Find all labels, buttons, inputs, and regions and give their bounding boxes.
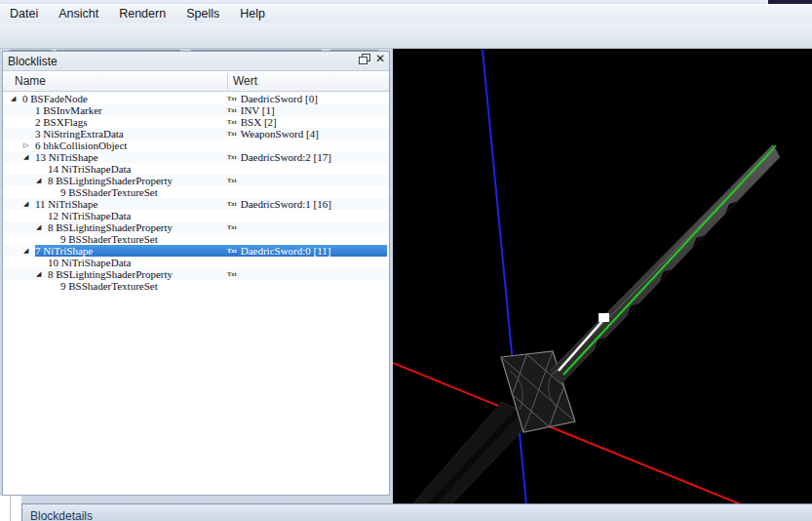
block-name: 0 BSFadeNode [22,93,88,104]
block-name: 1 BSInvMarker [35,104,102,116]
txt-type-icon: Txt [227,177,237,184]
menu-datei[interactable]: Datei [10,7,38,20]
txt-type-icon: Txt [227,118,237,126]
block-name: 10 NiTriShapeData [48,257,131,268]
block-name: 13 NiTriShape [35,151,98,163]
block-row[interactable]: 9 BSShaderTextureSet [3,233,389,245]
block-name: 9 BSShaderTextureSet [60,280,158,292]
block-name: 8 BSLightingShaderProperty [48,268,173,280]
txt-type-icon: Txt [227,200,237,208]
dock-edge-line [10,496,11,521]
block-value-cell: TxtWeaponSword [4] [227,128,319,140]
float-panel-icon[interactable] [359,54,369,64]
expand-arrow-icon[interactable]: ◢ [23,198,35,210]
block-row[interactable]: ◢0 BSFadeNodeTxtDaedricSword [0] [3,93,389,104]
block-name: 8 BSLightingShaderProperty [48,175,173,186]
menu-bar: Datei Ansicht Rendern Spells Help [0,4,812,23]
block-name: 12 NiTriShapeData [48,210,131,221]
block-name: 9 BSShaderTextureSet [60,233,158,245]
menu-rendern[interactable]: Rendern [119,7,166,20]
vertex-marker[interactable] [599,313,609,322]
block-row[interactable]: 3 NiStringExtraDataTxtWeaponSword [4] [3,128,389,140]
expand-arrow-icon[interactable]: ◢ [36,175,48,186]
block-name: 2 BSXFlags [35,116,88,128]
menu-spells[interactable]: Spells [186,7,219,20]
block-row[interactable]: ◢8 BSLightingShaderPropertyTxt [3,175,389,186]
block-row[interactable]: ▷6 bhkCollisionObject [3,140,389,151]
txt-type-icon: Txt [227,270,237,278]
block-row[interactable]: 14 NiTriShapeData [3,163,389,175]
block-value-cell: TxtBSX [2] [227,116,277,128]
txt-type-icon: Txt [227,247,237,255]
block-row[interactable]: 1 BSInvMarkerTxtINV [1] [3,104,389,116]
block-row[interactable]: ◢8 BSLightingShaderPropertyTxt [3,221,389,233]
txt-type-icon: Txt [227,223,237,231]
block-value-cell: Txt [227,268,241,280]
block-value: DaedricSword [0] [241,93,318,104]
block-name: 7 NiTriShape [35,245,93,257]
block-row[interactable]: ◢11 NiTriShapeTxtDaedricSword:1 [16] [3,198,389,210]
blockdetails-panel[interactable]: Blockdetails [21,503,812,521]
menu-help[interactable]: Help [240,7,265,20]
block-value-cell: Txt [227,221,241,233]
block-row[interactable]: ◢7 NiTriShapeTxtDaedricSword:0 [11] [3,245,389,257]
block-row[interactable]: 2 BSXFlagsTxtBSX [2] [3,116,389,128]
block-row[interactable]: 9 BSShaderTextureSet [3,186,389,198]
block-name: 9 BSShaderTextureSet [60,186,158,198]
block-name: 3 NiStringExtraData [35,128,124,140]
block-row[interactable]: 9 BSShaderTextureSet [3,280,389,292]
menu-ansicht[interactable]: Ansicht [58,7,98,20]
blockdetails-title: Blockdetails [30,509,812,521]
expand-arrow-icon[interactable]: ◢ [36,268,48,280]
block-value: INV [1] [241,104,275,116]
txt-type-icon: Txt [227,153,237,161]
block-row[interactable]: 10 NiTriShapeData [3,257,389,268]
blockliste-header: Name Wert [3,71,389,92]
block-tree: ◢0 BSFadeNodeTxtDaedricSword [0]1 BSInvM… [3,93,389,495]
close-panel-icon[interactable]: ✕ [375,54,385,64]
dock-gap [0,496,21,521]
block-value-cell: TxtDaedricSword:1 [16] [227,198,331,210]
expand-arrow-icon[interactable]: ◢ [23,245,35,257]
block-value: DaedricSword:2 [17] [241,151,331,163]
block-value: WeaponSword [4] [241,128,319,140]
column-divider[interactable] [227,73,228,90]
block-row[interactable]: ◢13 NiTriShapeTxtDaedricSword:2 [17] [3,151,389,163]
block-value-cell: TxtDaedricSword:2 [17] [227,151,331,163]
block-value-cell: TxtINV [1] [227,104,275,116]
block-row[interactable]: ◢8 BSLightingShaderPropertyTxt [3,268,389,280]
block-name: 8 BSLightingShaderProperty [48,221,173,233]
txt-type-icon: Txt [227,106,237,114]
column-header-wert[interactable]: Wert [233,74,257,88]
txt-type-icon: Txt [227,130,237,138]
main-toolbar: Laden Save As [0,23,812,49]
block-name: 6 bhkCollisionObject [35,140,127,151]
txt-type-icon: Txt [227,95,237,102]
block-value: DaedricSword:0 [11] [241,245,331,257]
expand-arrow-icon[interactable]: ◢ [23,151,35,163]
blockliste-title-bar[interactable]: Blockliste ✕ [3,52,389,71]
block-name: 14 NiTriShapeData [48,163,131,175]
expand-arrow-icon[interactable]: ◢ [36,221,48,233]
block-value-cell: TxtDaedricSword [0] [227,93,318,104]
block-value: DaedricSword:1 [16] [241,198,331,210]
render-viewport[interactable] [393,49,812,504]
collapse-arrow-icon[interactable]: ▷ [23,140,35,151]
expand-arrow-icon[interactable]: ◢ [11,93,22,104]
block-value-cell: TxtDaedricSword:0 [11] [227,245,331,257]
column-header-name[interactable]: Name [15,74,46,88]
blockliste-title: Blockliste [8,55,58,68]
block-value: BSX [2] [241,116,277,128]
block-row[interactable]: 12 NiTriShapeData [3,210,389,221]
blockliste-panel: Blockliste ✕ Name Wert ◢0 BSFadeNodeTxtD… [2,51,390,496]
block-name: 11 NiTriShape [35,198,97,210]
block-value-cell: Txt [227,175,241,186]
